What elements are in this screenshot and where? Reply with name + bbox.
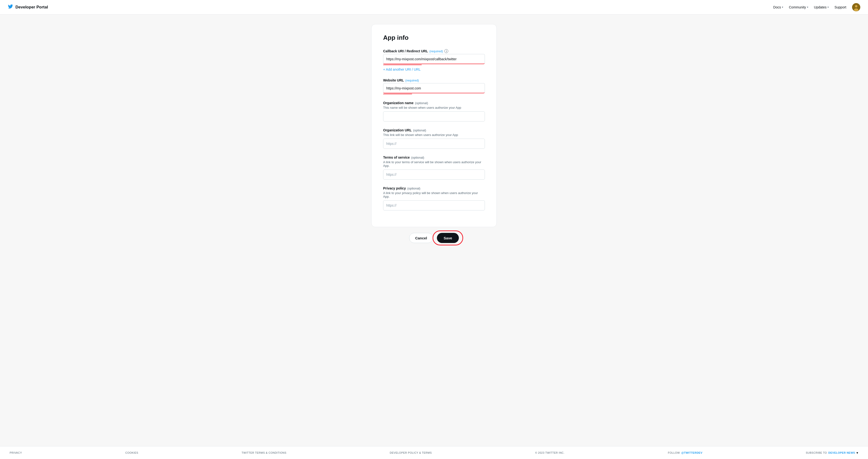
footer-follow: Follow @TwitterDev bbox=[668, 451, 702, 454]
header: Developer Portal Docs ▾ Community ▾ Upda… bbox=[0, 0, 868, 14]
footer-twitter-terms[interactable]: Twitter Terms & Conditions bbox=[242, 451, 286, 454]
tos-label: Terms of service (optional) bbox=[383, 155, 485, 159]
nav-community[interactable]: Community ▾ bbox=[789, 5, 808, 9]
org-name-sublabel: This name will be shown when users autho… bbox=[383, 106, 485, 110]
twitter-bird-icon bbox=[8, 4, 13, 10]
callback-uri-group: Callback URI / Redirect URL (required) i… bbox=[383, 49, 485, 71]
callback-uri-label: Callback URI / Redirect URL (required) i bbox=[383, 49, 485, 53]
header-logo-area: Developer Portal bbox=[8, 4, 48, 10]
header-title: Developer Portal bbox=[16, 5, 48, 10]
header-nav: Docs ▾ Community ▾ Updates ▾ Support bbox=[773, 3, 860, 11]
svg-point-1 bbox=[855, 5, 858, 7]
footer-follow-handle[interactable]: @TwitterDev bbox=[681, 451, 703, 454]
nav-updates[interactable]: Updates ▾ bbox=[814, 5, 829, 9]
callback-required-badge: (required) bbox=[429, 50, 443, 53]
footer-subscribe-link[interactable]: Developer News bbox=[829, 451, 855, 454]
add-uri-link[interactable]: + Add another URI / URL bbox=[383, 67, 421, 71]
website-required-badge: (required) bbox=[405, 79, 419, 82]
form-card: App info Callback URI / Redirect URL (re… bbox=[371, 24, 497, 227]
website-url-input[interactable] bbox=[383, 83, 485, 93]
footer-subscribe: Subscribe to Developer News ▾ bbox=[806, 451, 858, 455]
callback-info-icon[interactable]: i bbox=[444, 49, 448, 53]
website-url-label: Website URL (required) bbox=[383, 78, 485, 82]
footer-privacy[interactable]: Privacy bbox=[10, 451, 22, 454]
privacy-sublabel: A link to your privacy policy will be sh… bbox=[383, 191, 485, 198]
nav-docs[interactable]: Docs ▾ bbox=[773, 5, 783, 9]
org-url-group: Organization URL (optional) This link wi… bbox=[383, 128, 485, 149]
nav-support[interactable]: Support bbox=[835, 5, 846, 9]
org-name-input[interactable] bbox=[383, 111, 485, 122]
org-url-label: Organization URL (optional) bbox=[383, 128, 485, 132]
callback-uri-input[interactable] bbox=[383, 54, 485, 64]
form-actions: Cancel Save bbox=[409, 233, 459, 243]
tos-sublabel: A link to your terms of service will be … bbox=[383, 160, 485, 167]
save-button[interactable]: Save bbox=[437, 233, 459, 243]
tos-group: Terms of service (optional) A link to yo… bbox=[383, 155, 485, 180]
save-wrapper: Save bbox=[437, 233, 459, 243]
org-name-label: Organization name (optional) bbox=[383, 101, 485, 105]
avatar[interactable] bbox=[852, 3, 860, 11]
website-underline bbox=[383, 94, 412, 94]
docs-chevron-icon: ▾ bbox=[782, 6, 783, 8]
svg-point-2 bbox=[854, 8, 858, 11]
community-chevron-icon: ▾ bbox=[807, 6, 808, 8]
main-content: App info Callback URI / Redirect URL (re… bbox=[0, 14, 868, 446]
footer: Privacy Cookies Twitter Terms & Conditio… bbox=[0, 446, 868, 459]
footer-cookies[interactable]: Cookies bbox=[125, 451, 138, 454]
cancel-button[interactable]: Cancel bbox=[409, 233, 433, 243]
privacy-input[interactable] bbox=[383, 200, 485, 210]
org-name-group: Organization name (optional) This name w… bbox=[383, 101, 485, 122]
website-url-group: Website URL (required) bbox=[383, 78, 485, 94]
tos-input[interactable] bbox=[383, 170, 485, 180]
updates-chevron-icon: ▾ bbox=[828, 6, 829, 8]
footer-copyright: © 2023 Twitter Inc. bbox=[535, 451, 564, 454]
callback-underline bbox=[383, 65, 422, 65]
form-title: App info bbox=[383, 34, 485, 41]
org-url-sublabel: This link will be shown when users autho… bbox=[383, 133, 485, 137]
org-url-input[interactable] bbox=[383, 139, 485, 149]
privacy-label: Privacy policy (optional) bbox=[383, 186, 485, 190]
footer-developer-policy[interactable]: Developer Policy & Terms bbox=[390, 451, 432, 454]
footer-chevron-icon[interactable]: ▾ bbox=[857, 451, 858, 455]
privacy-group: Privacy policy (optional) A link to your… bbox=[383, 186, 485, 210]
